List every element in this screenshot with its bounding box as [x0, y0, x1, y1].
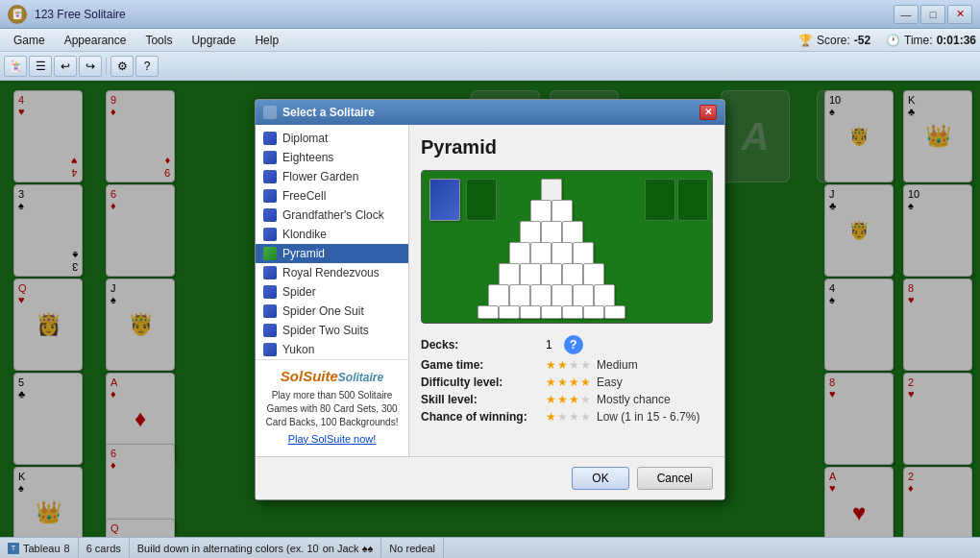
- game-name-label: Klondike: [282, 228, 327, 241]
- help-button[interactable]: ?: [564, 335, 583, 354]
- toolbar-btn-5[interactable]: ⚙: [110, 56, 134, 77]
- game-name-label: Flower Garden: [282, 170, 358, 183]
- score-icon: 🏆: [798, 34, 813, 47]
- game-stats: Decks: 1 ? Game time: ★ ★: [421, 335, 713, 424]
- dialog-titlebar: Select a Solitaire ✕: [256, 100, 724, 125]
- dstar-4: ★: [580, 376, 591, 389]
- select-solitaire-dialog: Select a Solitaire ✕ DiplomatEighteensFl…: [255, 99, 725, 500]
- solsuite-link[interactable]: Play SolSuite now!: [263, 433, 401, 445]
- game-area: A A A A 4♥ 4♥ 3♠ 3♠ Q♥ 👸 5♣ K♠ 👑 9♦ 9♦ 6…: [0, 81, 980, 537]
- game-list-item-spider[interactable]: Spider: [256, 282, 408, 302]
- game-list-item-klondike[interactable]: Klondike: [256, 225, 408, 244]
- pyramid-r7-c4: [541, 305, 562, 319]
- dstar-1: ★: [546, 376, 556, 389]
- stat-gametime-label: Game time:: [421, 358, 546, 372]
- game-list-item-grandfather's-clock[interactable]: Grandfather's Clock: [256, 206, 408, 225]
- game-list-item-freecell[interactable]: FreeCell: [256, 186, 408, 206]
- preview-placeholder-2: [677, 179, 708, 221]
- redeal-text: No redeal: [389, 543, 435, 554]
- stat-game-time: Game time: ★ ★ ★ ★ Medium: [421, 358, 713, 372]
- dialog-overlay: Select a Solitaire ✕ DiplomatEighteensFl…: [0, 81, 980, 537]
- game-name-label: Spider One Suit: [282, 304, 364, 318]
- solsuite-text: Play more than 500 Solitaire Games with …: [263, 389, 401, 429]
- game-name-label: Grandfather's Clock: [282, 208, 384, 222]
- toolbar-btn-4[interactable]: ↪: [79, 56, 102, 77]
- stat-skill-value: ★ ★ ★ ★ Mostly chance: [546, 393, 671, 406]
- game-detail-title: Pyramid: [421, 136, 713, 158]
- game-list-item-royal-rendezvous[interactable]: Royal Rendezvous: [256, 263, 408, 282]
- game-name-label: Royal Rendezvous: [282, 266, 380, 279]
- game-list-item-spider-one-suit[interactable]: Spider One Suit: [256, 302, 408, 321]
- menu-help[interactable]: Help: [245, 32, 288, 49]
- solsuite-logo: SolSuiteSolitaire: [263, 368, 401, 385]
- menu-upgrade[interactable]: Upgrade: [182, 32, 245, 49]
- pyramid-r7-c5: [562, 305, 583, 319]
- toolbar-btn-3[interactable]: ↩: [54, 56, 77, 77]
- toolbar-btn-2[interactable]: ☰: [29, 56, 52, 77]
- time-display: 🕐 Time: 0:01:36: [886, 34, 976, 47]
- title-bar: 🃏 123 Free Solitaire — □ ✕: [0, 0, 980, 29]
- pyramid-r7-c7: [604, 305, 625, 319]
- menu-appearance[interactable]: Appearance: [55, 32, 136, 49]
- score-display: 🏆 Score: -52: [798, 34, 870, 47]
- app-icon: 🃏: [8, 5, 27, 24]
- toolbar: 🃏 ☰ ↩ ↪ ⚙ ?: [0, 52, 980, 81]
- on-text: on Jack ♠♠: [323, 543, 374, 554]
- gametime-text: Medium: [597, 358, 638, 372]
- pyramid-r7-c6: [583, 305, 604, 319]
- menu-tools[interactable]: Tools: [135, 32, 182, 49]
- game-list-item-pyramid[interactable]: Pyramid: [256, 244, 408, 263]
- dstar-2: ★: [557, 376, 568, 389]
- score-value: -52: [854, 34, 870, 47]
- preview-placeholder-1: [645, 179, 675, 221]
- game-list-panel: DiplomatEighteensFlower GardenFreeCellGr…: [256, 125, 409, 456]
- winning-stars: ★ ★ ★ ★: [546, 410, 591, 424]
- dialog-body: DiplomatEighteensFlower GardenFreeCellGr…: [256, 125, 724, 456]
- decks-number: 1: [546, 338, 552, 352]
- game-icon: [263, 170, 277, 183]
- stat-decks: Decks: 1 ?: [421, 335, 713, 354]
- skill-text: Mostly chance: [597, 393, 671, 406]
- toolbar-btn-help[interactable]: ?: [135, 56, 159, 77]
- game-icon: [263, 266, 277, 279]
- maximize-button[interactable]: □: [920, 5, 945, 24]
- stat-difficulty-value: ★ ★ ★ ★ Easy: [546, 376, 623, 389]
- game-list-item-yukon[interactable]: Yukon: [256, 340, 408, 359]
- instruction-text: Build down in alternating colors (ex. 10: [137, 543, 319, 554]
- dialog-close-button[interactable]: ✕: [699, 105, 717, 120]
- status-instruction: Build down in alternating colors (ex. 10…: [130, 538, 382, 558]
- difficulty-text: Easy: [597, 376, 623, 389]
- game-icon: [263, 228, 277, 241]
- stat-skill: Skill level: ★ ★ ★ ★ Mostly chance: [421, 393, 713, 406]
- sstar-4: ★: [580, 393, 591, 406]
- star-2: ★: [557, 358, 568, 372]
- game-list-item-diplomat[interactable]: Diplomat: [256, 129, 408, 148]
- menu-bar: Game Appearance Tools Upgrade Help 🏆 Sco…: [0, 29, 980, 52]
- time-icon: 🕐: [886, 34, 900, 47]
- time-value: 0:01:36: [937, 34, 976, 47]
- cancel-button[interactable]: Cancel: [637, 467, 713, 490]
- dialog-footer: OK Cancel: [256, 456, 724, 499]
- game-detail-panel: Pyramid: [409, 125, 724, 456]
- menu-game[interactable]: Game: [4, 32, 55, 49]
- wstar-1: ★: [546, 410, 556, 424]
- cards-count: 6 cards: [86, 543, 121, 554]
- minimize-button[interactable]: —: [894, 5, 919, 24]
- gametime-stars: ★ ★ ★ ★: [546, 358, 591, 372]
- skill-stars: ★ ★ ★ ★: [546, 393, 591, 406]
- toolbar-separator: [106, 58, 107, 75]
- game-list-item-eighteens[interactable]: Eighteens: [256, 148, 408, 167]
- game-list-item-flower-garden[interactable]: Flower Garden: [256, 167, 408, 186]
- close-button[interactable]: ✕: [947, 5, 972, 24]
- difficulty-stars: ★ ★ ★ ★: [546, 376, 591, 389]
- tableau-label: Tableau: [23, 543, 61, 554]
- game-icon: [263, 132, 277, 145]
- star-3: ★: [569, 358, 579, 372]
- time-label: Time:: [904, 34, 933, 47]
- game-list-item-spider-two-suits[interactable]: Spider Two Suits: [256, 321, 408, 340]
- game-name-label: Yukon: [282, 343, 314, 356]
- dialog-title-text: Select a Solitaire: [282, 106, 375, 119]
- status-bar: T Tableau 8 6 cards Build down in altern…: [0, 537, 980, 558]
- toolbar-btn-1[interactable]: 🃏: [4, 56, 27, 77]
- ok-button[interactable]: OK: [572, 467, 628, 490]
